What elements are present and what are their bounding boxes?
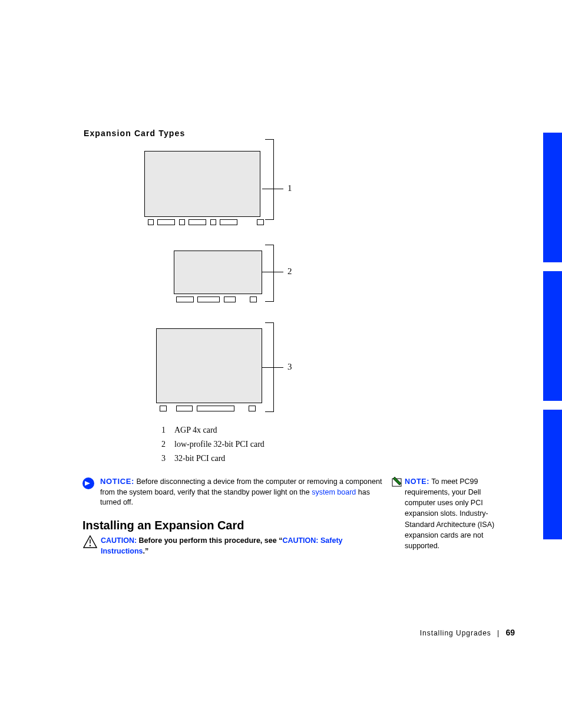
system-board-link[interactable]: system board bbox=[312, 488, 356, 496]
diagram-callout-1: 1 bbox=[287, 183, 292, 193]
footer-section: Installing Upgrades bbox=[420, 629, 491, 637]
expansion-card-diagram: 1 2 bbox=[144, 146, 297, 426]
caution-triangle-icon bbox=[83, 535, 97, 548]
pencil-note-icon bbox=[392, 476, 402, 487]
notice-label: NOTICE: bbox=[100, 477, 134, 486]
side-tab bbox=[543, 133, 562, 262]
legend-text: low-profile 32-bit PCI card bbox=[174, 440, 265, 449]
diagram-callout-2: 2 bbox=[287, 266, 292, 276]
side-tab bbox=[543, 271, 562, 401]
legend-text: 32-bit PCI card bbox=[174, 454, 225, 463]
caution-after: .” bbox=[143, 547, 149, 555]
page-footer: Installing Upgrades | 69 bbox=[82, 628, 515, 637]
legend-num: 2 bbox=[161, 440, 174, 449]
note-label: NOTE: bbox=[405, 477, 429, 486]
diagram-callout-3: 3 bbox=[287, 362, 292, 372]
svg-point-1 bbox=[90, 545, 91, 546]
legend-num: 3 bbox=[161, 454, 174, 463]
legend-text: AGP 4x card bbox=[174, 426, 217, 434]
legend-num: 1 bbox=[161, 426, 174, 435]
page-number: 69 bbox=[505, 628, 515, 637]
notice-block: NOTICE: Before disconnecting a device fr… bbox=[82, 476, 383, 508]
note-block: NOTE: To meet PC99 requirements, your De… bbox=[392, 476, 513, 551]
caution-block: CAUTION: Before you perform this procedu… bbox=[83, 535, 360, 556]
expansion-card-types-heading: Expansion Card Types bbox=[84, 129, 185, 138]
arrow-circle-icon bbox=[82, 477, 94, 489]
side-tab bbox=[543, 410, 562, 539]
caution-mid: Before you perform this procedure, see “ bbox=[137, 536, 282, 545]
caution-label: CAUTION: bbox=[101, 536, 137, 545]
diagram-legend: 1AGP 4x card 2low-profile 32-bit PCI car… bbox=[161, 426, 265, 468]
installing-expansion-card-heading: Installing an Expansion Card bbox=[82, 519, 244, 532]
note-body: To meet PC99 requirements, your Dell com… bbox=[405, 477, 494, 550]
